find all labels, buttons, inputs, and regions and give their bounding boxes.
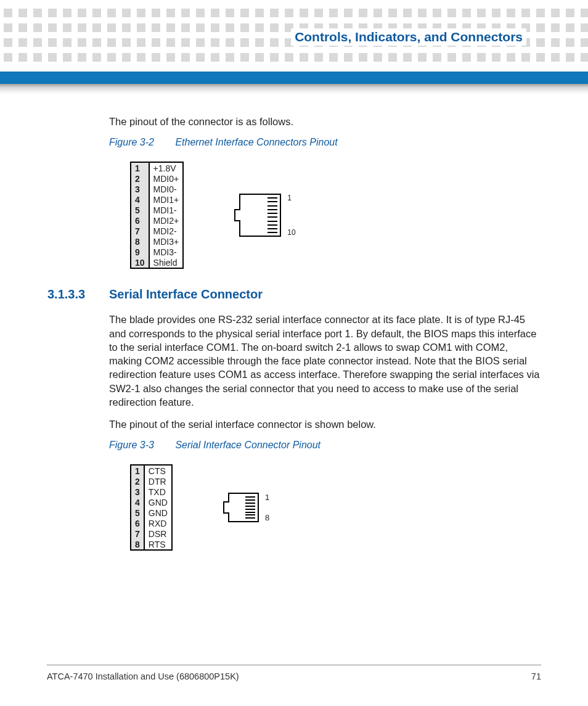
figure-number: Figure 3-2 [109, 137, 154, 147]
pin-signal: MDI0+ [150, 173, 183, 184]
pin-num: 4 [131, 497, 144, 507]
pin-num: 5 [131, 507, 144, 518]
figure-title: Ethernet Interface Connectors Pinout [175, 137, 337, 147]
serial-paragraph-1: The blade provides one RS-232 serial int… [109, 313, 541, 409]
pin-num: 1 [131, 466, 144, 476]
pin-signal: GND [145, 507, 171, 518]
section-title: Serial Interface Connector [109, 287, 263, 302]
figure-3-3-caption: Figure 3-3 Serial Interface Connector Pi… [109, 440, 541, 451]
figure-number: Figure 3-3 [109, 440, 154, 450]
pin-signal: +1.8V [150, 163, 183, 173]
pin-signal: MDI3- [150, 247, 183, 257]
jack-pins [245, 496, 255, 519]
pin-signal-column: +1.8V MDI0+ MDI0- MDI1+ MDI1- MDI2+ MDI2… [150, 163, 183, 268]
pin-num: 8 [131, 539, 144, 549]
jack-pins [267, 197, 277, 233]
rj45-jack-icon [239, 194, 281, 237]
pin-signal: TXD [145, 486, 171, 497]
footer-page-number: 71 [531, 671, 541, 681]
jack-label-top: 1 [287, 194, 295, 202]
figure-3-2-diagram: 1 2 3 4 5 6 7 8 9 10 +1.8V MDI0+ MDI0- M… [130, 162, 541, 269]
pin-num: 10 [131, 257, 149, 268]
jack-label-top: 1 [265, 493, 269, 502]
pin-signal: MDI1- [150, 205, 183, 215]
pin-num: 5 [131, 205, 149, 215]
jack-tab [234, 209, 240, 221]
jack-label-bottom: 8 [265, 513, 269, 522]
pin-num: 9 [131, 247, 149, 257]
pin-signal: GND [145, 497, 171, 507]
pin-signal: DTR [145, 476, 171, 486]
jack-pin-range-labels: 1 8 [265, 493, 269, 522]
pin-signal: Shield [150, 257, 183, 268]
section-number: 3.1.3.3 [47, 287, 91, 302]
pin-signal: MDI0- [150, 184, 183, 194]
pin-signal: MDI2+ [150, 215, 183, 226]
ethernet-pinout-table: 1 2 3 4 5 6 7 8 9 10 +1.8V MDI0+ MDI0- M… [130, 162, 184, 269]
pin-signal: MDI3+ [150, 236, 183, 247]
pin-number-column: 1 2 3 4 5 6 7 8 9 10 [131, 163, 150, 268]
pin-num: 6 [131, 215, 149, 226]
pin-num: 4 [131, 194, 149, 205]
serial-paragraph-2: The pinout of the serial interface conne… [109, 417, 541, 431]
pin-num: 6 [131, 518, 144, 528]
page-content: The pinout of the connector is as follow… [109, 115, 541, 568]
pin-num: 1 [131, 163, 149, 173]
figure-3-3-diagram: 1 2 3 4 5 6 7 8 CTS DTR TXD GND GND RXD … [130, 464, 541, 551]
dot-row [0, 53, 588, 62]
pin-signal: RXD [145, 518, 171, 528]
jack-pin-range-labels: 1 10 [287, 194, 295, 237]
rj45-jack-diagram-small: 1 8 [228, 493, 269, 522]
page-header-title: Controls, Indicators, and Connectors [291, 28, 526, 46]
pin-signal-column: CTS DTR TXD GND GND RXD DSR RTS [145, 466, 171, 549]
section-heading-3-1-3-3: 3.1.3.3 Serial Interface Connector [47, 287, 541, 302]
jack-label-bottom: 10 [287, 228, 295, 237]
serial-pinout-table: 1 2 3 4 5 6 7 8 CTS DTR TXD GND GND RXD … [130, 464, 173, 551]
pin-num: 2 [131, 476, 144, 486]
figure-3-2-caption: Figure 3-2 Ethernet Interface Connectors… [109, 137, 541, 148]
pin-num: 2 [131, 173, 149, 184]
rj45-jack-icon [228, 493, 259, 522]
header-gradient-rule [0, 84, 588, 95]
pin-signal: RTS [145, 539, 171, 549]
pin-signal: DSR [145, 528, 171, 539]
pin-signal: MDI2- [150, 226, 183, 236]
page-footer: ATCA-7470 Installation and Use (6806800P… [47, 665, 541, 681]
pin-num: 7 [131, 226, 149, 236]
jack-tab [223, 501, 229, 514]
pin-num: 3 [131, 486, 144, 497]
pin-number-column: 1 2 3 4 5 6 7 8 [131, 466, 145, 549]
footer-doc-title: ATCA-7470 Installation and Use (6806800P… [47, 671, 239, 681]
intro-paragraph: The pinout of the connector is as follow… [109, 115, 541, 128]
dot-row [0, 9, 588, 17]
pin-num: 3 [131, 184, 149, 194]
pin-num: 8 [131, 236, 149, 247]
pin-signal: MDI1+ [150, 194, 183, 205]
rj45-jack-diagram: 1 10 [239, 194, 295, 237]
header-blue-bar [0, 72, 588, 84]
pin-num: 7 [131, 528, 144, 539]
pin-signal: CTS [145, 466, 171, 476]
figure-title: Serial Interface Connector Pinout [175, 440, 321, 450]
